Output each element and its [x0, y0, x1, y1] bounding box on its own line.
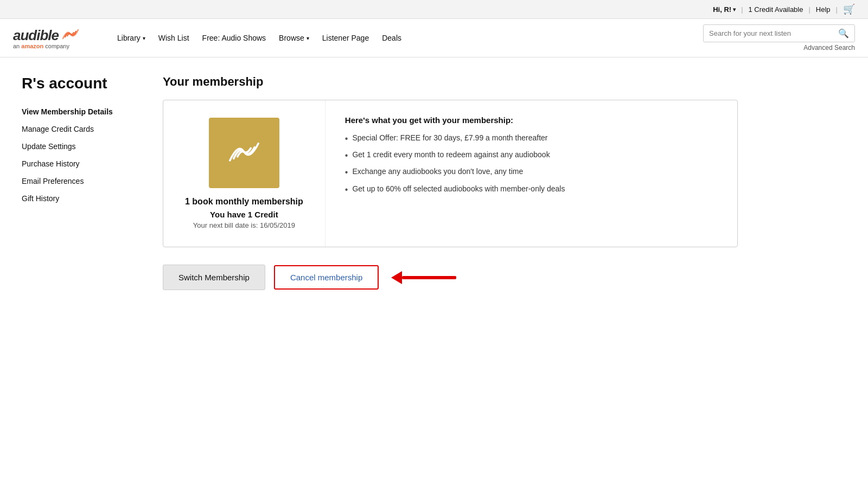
bullet-icon-2: • — [345, 150, 348, 160]
top-bar: Hi, R! ▾ | 1 Credit Available | Help | 🛒 — [0, 0, 868, 19]
membership-audible-icon — [225, 134, 263, 172]
account-title: R's account — [22, 75, 141, 92]
main-content: Your membership 1 book monthly membershi… — [163, 75, 738, 290]
nav-wishlist[interactable]: Wish List — [158, 34, 189, 42]
benefit-item-2: • Get 1 credit every month to redeem aga… — [345, 150, 718, 160]
sidebar-item-purchase-history[interactable]: Purchase History — [22, 159, 141, 168]
greeting-chevron-icon: ▾ — [733, 7, 736, 12]
header: audible an amazon company Library ▾ Wish… — [0, 19, 868, 57]
arrow-annotation — [392, 271, 456, 284]
browse-chevron-icon: ▾ — [307, 35, 309, 41]
nav-deals[interactable]: Deals — [382, 34, 401, 42]
cart-icon[interactable]: 🛒 — [843, 3, 855, 15]
credit-available: 1 Credit Available — [749, 5, 803, 14]
benefit-item-1: • Special Offer: FREE for 30 days, £7.99… — [345, 133, 718, 144]
sidebar-item-gift-history[interactable]: Gift History — [22, 194, 141, 203]
search-icon[interactable]: 🔍 — [838, 28, 849, 38]
advanced-search-link[interactable]: Advanced Search — [803, 44, 855, 52]
sidebar-item-credit-cards[interactable]: Manage Credit Cards — [22, 125, 141, 133]
nav-library[interactable]: Library ▾ — [117, 34, 145, 42]
membership-bill-date: Your next bill date is: 16/05/2019 — [193, 221, 295, 229]
search-area: 🔍 Advanced Search — [703, 24, 855, 52]
divider-1: | — [741, 5, 743, 14]
divider-3: | — [836, 5, 838, 14]
logo[interactable]: audible — [13, 27, 79, 44]
library-chevron-icon: ▾ — [143, 35, 145, 41]
help-link[interactable]: Help — [816, 5, 831, 14]
logo-subtitle: an amazon company — [13, 43, 69, 49]
logo-name-text: audible — [13, 27, 59, 44]
nav-browse[interactable]: Browse ▾ — [279, 34, 309, 42]
bullet-icon-1: • — [345, 133, 348, 144]
divider-2: | — [808, 5, 810, 14]
section-title: Your membership — [163, 75, 738, 89]
membership-credits: You have 1 Credit — [210, 210, 278, 219]
membership-icon-box — [209, 118, 279, 188]
search-box: 🔍 — [703, 24, 855, 42]
sidebar-item-membership-details[interactable]: View Membership Details — [22, 107, 141, 116]
sidebar-nav: View Membership Details Manage Credit Ca… — [22, 107, 141, 203]
main-nav: Library ▾ Wish List Free: Audio Shows Br… — [117, 34, 686, 42]
logo-signal-icon — [62, 27, 79, 44]
sidebar-item-settings[interactable]: Update Settings — [22, 142, 141, 151]
membership-left: 1 book monthly membership You have 1 Cre… — [163, 100, 326, 247]
arrow-line — [402, 276, 456, 279]
bullet-icon-3: • — [345, 167, 348, 177]
sidebar: R's account View Membership Details Mana… — [22, 75, 163, 290]
membership-plan-name: 1 book monthly membership — [185, 197, 303, 207]
membership-right: Here's what you get with your membership… — [326, 100, 737, 247]
actions-row: Switch Membership Cancel membership — [163, 265, 738, 290]
nav-listener-page[interactable]: Listener Page — [322, 34, 369, 42]
red-arrow-icon — [392, 271, 456, 284]
nav-audio-shows[interactable]: Free: Audio Shows — [202, 34, 266, 42]
benefits-title: Here's what you get with your membership… — [345, 115, 718, 125]
search-input[interactable] — [709, 29, 838, 37]
switch-membership-button[interactable]: Switch Membership — [163, 265, 265, 290]
cancel-membership-button[interactable]: Cancel membership — [290, 273, 362, 282]
cancel-membership-wrapper: Cancel membership — [274, 265, 379, 290]
membership-card: 1 book monthly membership You have 1 Cre… — [163, 100, 738, 247]
arrow-head — [391, 271, 402, 284]
bullet-icon-4: • — [345, 184, 348, 195]
sidebar-item-email-preferences[interactable]: Email Preferences — [22, 177, 141, 185]
greeting-dropdown[interactable]: Hi, R! ▾ — [713, 5, 736, 14]
benefit-item-3: • Exchange any audiobooks you don't love… — [345, 167, 718, 177]
benefit-item-4: • Get up to 60% off selected audiobooks … — [345, 184, 718, 195]
benefits-list: • Special Offer: FREE for 30 days, £7.99… — [345, 133, 718, 195]
page-body: R's account View Membership Details Mana… — [0, 57, 760, 307]
logo-area: audible an amazon company — [13, 27, 100, 49]
